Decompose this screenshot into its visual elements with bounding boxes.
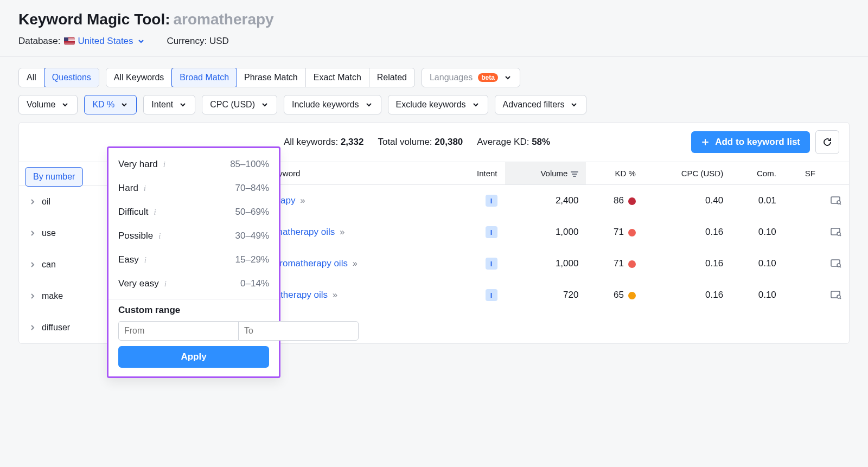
filter-kd[interactable]: KD % (84, 95, 137, 114)
currency-value: USD (209, 36, 229, 46)
tab-broad-match[interactable]: Broad Match (171, 68, 237, 87)
currency-display: Currency: USD (167, 36, 229, 47)
cell-kd: 86 (586, 185, 643, 217)
col-intent[interactable]: Intent (450, 162, 505, 185)
serp-preview-icon (831, 259, 841, 268)
cell-serp[interactable] (823, 248, 849, 279)
cell-volume: 1,000 (505, 216, 586, 248)
chevron-down-icon (61, 100, 69, 109)
cell-com: 0.10 (731, 248, 784, 279)
tab-exact-match[interactable]: Exact Match (306, 68, 369, 87)
info-icon: i (163, 160, 165, 169)
intent-badge: I (486, 195, 497, 207)
tab-questions[interactable]: Questions (44, 68, 99, 87)
add-to-keyword-list-button[interactable]: Add to keyword list (691, 131, 810, 153)
custom-range-to-input[interactable] (238, 321, 359, 341)
custom-range-title: Custom range (108, 305, 279, 321)
database-selector[interactable]: Database: United States (18, 36, 145, 47)
currency-label: Currency: (167, 36, 207, 46)
sidebar-item-label: can (42, 260, 56, 270)
col-kd[interactable]: KD % (586, 162, 643, 185)
cell-serp[interactable] (823, 279, 849, 311)
cell-intent: I (450, 279, 505, 311)
kd-option-range: 15–29% (235, 254, 269, 265)
kd-option[interactable]: Very hardi85–100% (108, 152, 279, 176)
serp-preview-icon (831, 228, 841, 236)
chevron-right-icon (30, 199, 35, 205)
cell-kd: 65 (586, 279, 643, 311)
serp-preview-icon (831, 196, 841, 205)
tab-related[interactable]: Related (369, 68, 414, 87)
cell-sf (784, 279, 823, 311)
kd-option-range: 30–49% (235, 231, 269, 241)
cell-serp[interactable] (823, 216, 849, 248)
col-volume[interactable]: Volume (505, 162, 586, 185)
kd-option[interactable]: Easyi15–29% (108, 248, 279, 272)
cell-com: 0.10 (731, 216, 784, 248)
kd-option-range: 50–69% (235, 207, 269, 217)
cell-cpc: 0.40 (643, 185, 731, 217)
filter-cpc[interactable]: CPC (USD) (202, 95, 277, 114)
sidebar-item-label: use (42, 228, 56, 238)
serp-preview-icon (831, 291, 841, 299)
cell-cpc: 0.16 (643, 248, 731, 279)
tab-phrase-match[interactable]: Phrase Match (237, 68, 306, 87)
double-chevron-icon: ›› (351, 258, 356, 268)
cell-intent: I (450, 248, 505, 279)
cell-sf (784, 185, 823, 217)
kd-option-label: Hard (118, 183, 138, 194)
info-icon: i (154, 208, 156, 217)
double-chevron-icon: ›› (331, 290, 336, 300)
double-chevron-icon: ›› (338, 227, 343, 237)
cell-sf (784, 216, 823, 248)
filter-volume[interactable]: Volume (18, 95, 78, 114)
table-row: how to use aromatherapy oils ››I720650.1… (201, 279, 849, 311)
sidebar-item-label: make (42, 291, 63, 301)
languages-label: Languages (430, 73, 473, 82)
kd-option-label: Difficult (118, 207, 148, 217)
filter-include[interactable]: Include keywords (284, 95, 381, 114)
cell-kd: 71 (586, 216, 643, 248)
col-sf[interactable]: SF (784, 162, 823, 185)
chevron-down-icon (260, 100, 269, 109)
kd-option[interactable]: Difficulti50–69% (108, 200, 279, 224)
kd-option[interactable]: Very easyi0–14% (108, 272, 279, 296)
info-icon: i (144, 255, 146, 265)
col-com[interactable]: Com. (731, 162, 784, 185)
results-table: Keyword Intent Volume KD % CPC (USD) Com… (201, 162, 849, 343)
custom-range-from-input[interactable] (118, 321, 238, 341)
intent-badge: I (486, 289, 497, 301)
kd-option[interactable]: Possiblei30–49% (108, 224, 279, 248)
intent-badge: I (486, 258, 497, 270)
kd-dot-icon (628, 292, 636, 299)
chevron-down-icon (570, 100, 578, 109)
us-flag-icon (64, 37, 75, 45)
page-title: Keyword Magic Tool: aromatherapy (18, 11, 850, 28)
database-value: United States (78, 36, 133, 47)
chevron-down-icon (178, 100, 187, 109)
tab-all[interactable]: All (19, 68, 44, 87)
double-chevron-icon: ›› (299, 195, 304, 206)
cell-serp[interactable] (823, 185, 849, 217)
filter-intent[interactable]: Intent (143, 95, 195, 114)
filter-advanced[interactable]: Advanced filters (495, 95, 587, 114)
refresh-icon (822, 137, 833, 148)
cell-com: 0.10 (731, 279, 784, 311)
by-number-tab[interactable]: By number (25, 167, 83, 187)
cell-volume: 720 (505, 279, 586, 311)
tab-all-keywords[interactable]: All Keywords (106, 68, 172, 87)
kd-option[interactable]: Hardi70–84% (108, 176, 279, 200)
languages-dropdown[interactable]: Languages beta (422, 68, 520, 87)
filter-exclude[interactable]: Exclude keywords (388, 95, 488, 114)
database-label: Database: (18, 36, 61, 47)
kd-dot-icon (628, 260, 636, 268)
cell-volume: 1,000 (505, 248, 586, 279)
refresh-button[interactable] (815, 130, 839, 154)
chevron-right-icon (30, 293, 35, 299)
cell-sf (784, 248, 823, 279)
kd-option-range: 85–100% (230, 159, 269, 170)
kd-option-label: Possible (118, 231, 153, 241)
title-prefix: Keyword Magic Tool: (18, 11, 170, 28)
kd-option-range: 0–14% (240, 278, 269, 289)
col-cpc[interactable]: CPC (USD) (643, 162, 731, 185)
